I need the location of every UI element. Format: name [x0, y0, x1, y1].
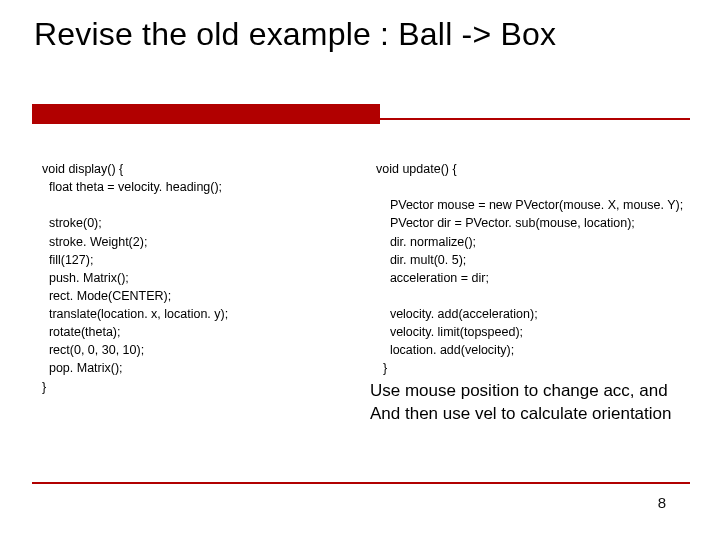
- code-block-update: void update() { PVector mouse = new PVec…: [376, 160, 683, 378]
- slide: Revise the old example : Ball -> Box voi…: [0, 0, 720, 540]
- page-number: 8: [658, 494, 666, 511]
- caption-line-2: And then use vel to calculate orientatio…: [370, 403, 671, 426]
- caption-line-1: Use mouse position to change acc, and: [370, 380, 671, 403]
- slide-title: Revise the old example : Ball -> Box: [34, 16, 556, 53]
- code-block-display: void display() { float theta = velocity.…: [42, 160, 228, 396]
- footer-line: [32, 482, 690, 484]
- caption-text: Use mouse position to change acc, and An…: [370, 380, 671, 426]
- header-line: [380, 118, 690, 120]
- header-bar: [32, 104, 380, 124]
